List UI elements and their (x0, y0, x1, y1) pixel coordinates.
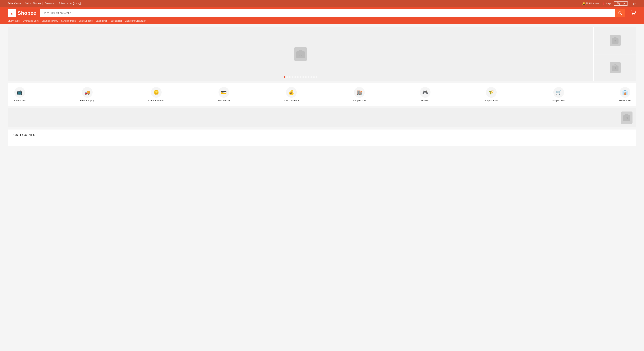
side-banner-placeholder-top: S (610, 35, 620, 46)
games-icon: 🎮 (420, 87, 430, 98)
carousel-dot-8[interactable] (302, 76, 304, 78)
instagram-icon[interactable]: ◯ (78, 2, 81, 5)
carousel-dot-4[interactable] (292, 76, 293, 78)
category-mens-sale[interactable]: 👔 Men's Sale (619, 87, 630, 102)
mens-sale-icon: 👔 (620, 87, 630, 98)
side-bag-svg-bottom: S (612, 64, 619, 72)
side-bag-svg-top: S (612, 36, 619, 44)
carousel-dot-13[interactable] (316, 76, 318, 78)
coins-rewards-icon: 🪙 (151, 87, 162, 98)
suggestion-bathroom-organizer[interactable]: Bathroom Organizer (125, 19, 146, 22)
hero-section: S (8, 27, 636, 81)
shopee-live-icon: 📺 (14, 87, 25, 98)
svg-text:S: S (300, 53, 302, 57)
search-button[interactable] (615, 9, 625, 17)
hero-side-banner-top[interactable]: S (594, 27, 636, 54)
category-shopee-mall[interactable]: 🏬 Shopee Mall (353, 87, 366, 102)
search-icon (618, 11, 622, 15)
seller-centre-link[interactable]: Seller Centre (8, 2, 23, 4)
carousel-dots (284, 76, 318, 78)
shopee-farm-icon: 🌾 (486, 87, 496, 98)
facebook-icon[interactable]: f (73, 2, 76, 5)
suggestion-sexy-lingerie[interactable]: Sexy Lingerie (79, 19, 93, 22)
header: S Shopee (0, 7, 644, 19)
hero-placeholder-icon: S (294, 47, 307, 61)
banner-area: S (8, 108, 636, 127)
categories-section: CATEGORIES (8, 129, 636, 146)
category-10-cashback[interactable]: 💰 10% Cashback (284, 87, 299, 102)
signup-button[interactable]: Sign Up (614, 1, 628, 5)
hero-side-banner-bottom[interactable]: S (594, 54, 636, 81)
top-bar-right: 🔔 Notifications ❓ Help Sign Up Login (582, 1, 636, 5)
free-shipping-icon: 🚚 (82, 87, 92, 98)
shopee-mall-label: Shopee Mall (353, 99, 366, 102)
hero-side-banners: S S (594, 27, 636, 81)
corner-bag-placeholder: S (621, 111, 632, 124)
carousel-dot-11[interactable] (310, 76, 312, 78)
shopee-mart-icon: 🛒 (553, 87, 564, 98)
shopeepay-label: ShopeePay (218, 99, 230, 102)
carousel-dot-2[interactable] (286, 76, 288, 78)
carousel-dot-10[interactable] (308, 76, 309, 78)
carousel-dot-5[interactable] (294, 76, 296, 78)
follow-us-text: Follow us on (57, 2, 73, 5)
carousel-dot-3[interactable] (289, 76, 290, 78)
suggestion-bucket-hat[interactable]: Bucket Hat (110, 19, 122, 22)
category-shopee-live[interactable]: 📺 Shopee Live (14, 87, 26, 102)
notifications-link[interactable]: 🔔 Notifications (582, 2, 599, 5)
cashback-label: 10% Cashback (284, 99, 299, 102)
bell-icon: 🔔 (582, 2, 586, 5)
suggestion-seamless-panty[interactable]: Seamless Panty (42, 19, 58, 22)
logo-bag-icon: S (8, 9, 16, 17)
shopee-live-label: Shopee Live (14, 99, 26, 102)
svg-point-4 (632, 14, 633, 14)
help-icon: ❓ (602, 2, 605, 5)
suggestion-baking-pan[interactable]: Baking Pan (96, 19, 107, 22)
suggestion-surgical-mask[interactable]: Surgical Mask (61, 19, 76, 22)
shopee-logo-svg: S (8, 9, 15, 17)
svg-line-3 (621, 14, 622, 15)
carousel-dot-1[interactable] (284, 76, 285, 78)
svg-text:S: S (614, 40, 616, 43)
free-shipping-label: Free Shipping (80, 99, 94, 102)
carousel-dot-7[interactable] (300, 76, 301, 78)
carousel-dot-6[interactable] (297, 76, 298, 78)
category-links-row: 📺 Shopee Live 🚚 Free Shipping 🪙 Coins Re… (8, 83, 636, 106)
shopee-mart-label: Shopee Mart (552, 99, 566, 102)
mens-sale-label: Men's Sale (619, 99, 630, 102)
main-content: S (0, 24, 644, 149)
suggestion-study-table[interactable]: Study Table (8, 19, 20, 22)
suggestion-oversized-shirt[interactable]: Oversized Shirt (23, 19, 38, 22)
hero-main-banner[interactable]: S (8, 27, 594, 81)
social-icons: f ◯ (73, 2, 81, 5)
category-coins-rewards[interactable]: 🪙 Coins Rewards (148, 87, 164, 102)
svg-text:S: S (11, 12, 13, 15)
download-link[interactable]: Download (43, 2, 57, 4)
help-link[interactable]: ❓ Help (602, 2, 611, 5)
login-link[interactable]: Login (631, 2, 636, 5)
corner-bag-svg: S (623, 113, 631, 122)
category-free-shipping[interactable]: 🚚 Free Shipping (80, 87, 94, 102)
logo[interactable]: S Shopee (8, 9, 36, 17)
search-suggestions: Study Table Oversized Shirt Seamless Pan… (0, 19, 644, 24)
cashback-icon: 💰 (286, 87, 297, 98)
category-games[interactable]: 🎮 Games (420, 87, 430, 102)
logo-text: Shopee (18, 10, 36, 16)
shopee-mall-icon: 🏬 (354, 87, 365, 98)
coins-rewards-label: Coins Rewards (148, 99, 164, 102)
carousel-dot-12[interactable] (313, 76, 315, 78)
category-shopeepay[interactable]: 💳 ShopeePay (218, 87, 230, 102)
hero-bag-svg: S (296, 49, 305, 59)
cart-svg (630, 9, 636, 15)
category-shopee-mart[interactable]: 🛒 Shopee Mart (552, 87, 566, 102)
shopee-farm-label: Shopee Farm (484, 99, 498, 102)
carousel-dot-9[interactable] (305, 76, 307, 78)
svg-text:S: S (626, 117, 628, 120)
category-shopee-farm[interactable]: 🌾 Shopee Farm (484, 87, 498, 102)
svg-point-5 (634, 14, 635, 14)
sell-on-shopee-link[interactable]: Sell on Shopee (23, 2, 43, 4)
cart-icon[interactable] (630, 9, 636, 17)
search-input[interactable] (40, 9, 615, 17)
top-bar-left: Seller Centre Sell on Shopee Download Fo… (8, 2, 81, 5)
categories-section-title: CATEGORIES (14, 133, 630, 139)
